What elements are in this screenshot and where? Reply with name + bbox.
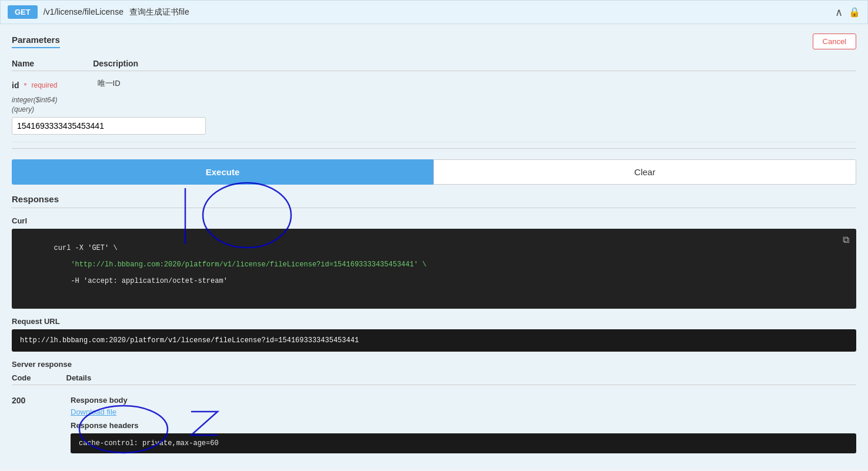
request-url-section: Request URL http://lh.bbbang.com:2020/pl…: [12, 317, 856, 352]
request-url-value: http://lh.bbbang.com:2020/platform/v1/li…: [12, 329, 856, 352]
table-headers: Name Description: [12, 54, 856, 71]
copy-icon[interactable]: ⧉: [843, 235, 849, 246]
action-buttons: Execute Clear: [12, 159, 856, 185]
response-details: Response body Download file Response hea…: [71, 396, 856, 453]
top-bar: GET /v1/license/fileLicense 查询生成证书file ∧…: [0, 0, 868, 24]
curl-label: Curl: [12, 216, 856, 225]
content-area: Parameters Cancel Name Description id * …: [0, 24, 868, 469]
parameters-section: Parameters Cancel Name Description id * …: [12, 34, 856, 149]
server-response-section: Server response Code Details 200 Respons…: [12, 360, 856, 459]
description-header: Description: [93, 59, 138, 68]
name-header: Name: [12, 59, 34, 68]
execute-button[interactable]: Execute: [12, 159, 433, 185]
response-headers-code: cache-control: private,max-age=60: [71, 433, 856, 453]
request-url-label: Request URL: [12, 317, 856, 326]
parameters-title: Parameters: [12, 35, 60, 48]
lock-icon[interactable]: 🔒: [849, 6, 860, 18]
response-headers-label: Response headers: [71, 421, 856, 430]
required-star: *: [24, 81, 26, 90]
required-text: required: [32, 81, 58, 89]
code-header: Code: [12, 373, 31, 382]
response-body-label: Response body: [71, 396, 856, 405]
param-id-row: id * required 唯一ID integer($int64) (quer…: [12, 71, 856, 142]
server-response-label: Server response: [12, 360, 856, 369]
endpoint-path: /v1/license/fileLicense 查询生成证书file: [44, 7, 189, 18]
curl-section: Curl curl -X 'GET' \ 'http://lh.bbbang.c…: [12, 216, 856, 309]
param-type: integer($int64): [12, 96, 57, 104]
cancel-button[interactable]: Cancel: [813, 34, 856, 49]
details-header: Details: [66, 373, 92, 382]
response-row-200: 200 Response body Download file Response…: [12, 390, 856, 459]
param-description: 唯一ID: [98, 78, 121, 89]
param-id-input[interactable]: [12, 117, 206, 135]
download-file-link[interactable]: Download file: [71, 407, 116, 416]
param-name-id: id: [12, 81, 19, 90]
collapse-icon[interactable]: ∧: [835, 6, 843, 19]
responses-title: Responses: [12, 194, 856, 208]
param-location: (query): [12, 105, 34, 113]
response-code-200: 200: [12, 396, 47, 405]
method-badge: GET: [8, 5, 38, 19]
curl-code-block: curl -X 'GET' \ 'http://lh.bbbang.com:20…: [12, 229, 856, 309]
clear-button[interactable]: Clear: [433, 159, 856, 185]
